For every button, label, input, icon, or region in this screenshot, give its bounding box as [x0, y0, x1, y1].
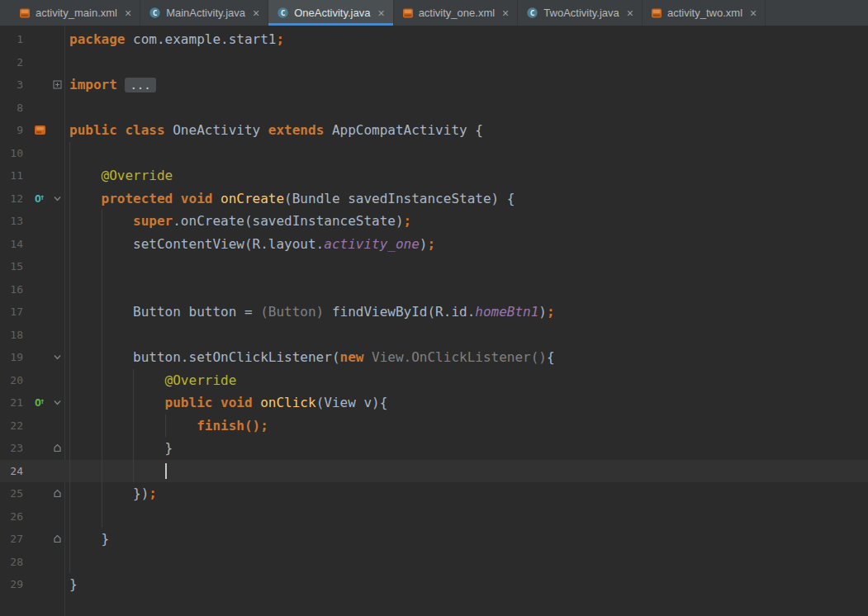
- gutter-line-number[interactable]: 19: [0, 346, 30, 369]
- gutter-line-number[interactable]: 1: [0, 28, 30, 51]
- gutter-line-number[interactable]: 27: [0, 528, 30, 551]
- close-tab-icon[interactable]: ×: [750, 7, 757, 19]
- close-tab-icon[interactable]: ×: [125, 7, 131, 19]
- gutter-line-number[interactable]: 23: [0, 437, 30, 460]
- gutter-line-number[interactable]: 8: [0, 97, 30, 120]
- code-line-2: 2: [0, 51, 868, 74]
- indent-guide: [102, 415, 102, 438]
- override-teal-icon[interactable]: O↑: [30, 187, 50, 211]
- gutter-icon-slot: [30, 528, 50, 551]
- gutter-icon-slot: [30, 73, 50, 97]
- code-line-16: 16: [0, 278, 868, 301]
- code-text[interactable]: }: [64, 437, 868, 460]
- code-text[interactable]: @Override: [64, 164, 868, 187]
- code-token: package: [69, 31, 133, 47]
- gutter-line-number[interactable]: 14: [0, 233, 30, 256]
- gutter-line-number[interactable]: 21: [0, 391, 30, 415]
- code-text[interactable]: });: [64, 482, 868, 505]
- gutter-fold-slot: [50, 28, 64, 51]
- gutter-line-number[interactable]: 22: [0, 415, 30, 438]
- code-text[interactable]: [64, 324, 868, 347]
- gutter-line-number[interactable]: 10: [0, 142, 30, 165]
- tab-activity_main.xml[interactable]: activity_main.xml×: [11, 0, 140, 26]
- gutter-line-number[interactable]: 25: [0, 482, 30, 505]
- indent-guide: [69, 551, 70, 574]
- fold-end-icon[interactable]: [50, 482, 64, 505]
- code-text[interactable]: }: [64, 528, 868, 551]
- code-text[interactable]: import ...: [64, 73, 868, 97]
- svg-text:C: C: [153, 8, 158, 17]
- gutter-icon-slot: [30, 210, 50, 233]
- tab-MainActivity.java[interactable]: CMainActivity.java×: [140, 0, 268, 26]
- code-token: Button button =: [69, 304, 260, 320]
- gutter-fold-slot: [50, 97, 64, 120]
- code-text[interactable]: setContentView(R.layout.activity_one);: [64, 233, 868, 256]
- folded-code-chip[interactable]: ...: [125, 78, 155, 92]
- gutter-icon-slot: [30, 324, 50, 347]
- code-text[interactable]: [64, 97, 868, 120]
- gutter-line-number[interactable]: 11: [0, 164, 30, 187]
- code-text[interactable]: [64, 255, 868, 278]
- gutter-line-number[interactable]: 20: [0, 369, 30, 392]
- tab-activity_one.xml[interactable]: activity_one.xml×: [394, 0, 519, 26]
- gutter-line-number[interactable]: 16: [0, 278, 30, 301]
- tab-activity_two.xml[interactable]: activity_two.xml×: [643, 0, 766, 26]
- code-text[interactable]: button.setOnClickListener(new View.OnCli…: [64, 346, 868, 369]
- gutter-line-number[interactable]: 12: [0, 187, 30, 211]
- close-tab-icon[interactable]: ×: [377, 7, 384, 19]
- code-text[interactable]: Button button = (Button) findViewById(R.…: [64, 301, 868, 324]
- indent-guide: [69, 301, 70, 324]
- override-green-icon[interactable]: O↑: [30, 391, 50, 415]
- close-tab-icon[interactable]: ×: [253, 7, 259, 19]
- code-text[interactable]: }: [64, 573, 868, 596]
- gutter-fold-slot: [50, 164, 64, 187]
- android-class-icon[interactable]: [30, 119, 50, 142]
- gutter-line-number[interactable]: 18: [0, 324, 30, 347]
- gutter-line-number[interactable]: 13: [0, 210, 30, 233]
- code-line-22: 22 finish();: [0, 415, 868, 438]
- code-text[interactable]: super.onCreate(savedInstanceState);: [64, 210, 868, 233]
- code-token: (View v){: [316, 395, 388, 410]
- tab-OneActivity.java[interactable]: COneActivity.java×: [268, 0, 393, 26]
- code-text[interactable]: protected void onCreate(Bundle savedInst…: [64, 187, 868, 211]
- code-text[interactable]: [64, 278, 868, 301]
- fold-end-icon[interactable]: [50, 528, 64, 551]
- code-text[interactable]: [64, 142, 868, 165]
- gutter-line-number[interactable]: 28: [0, 551, 30, 574]
- code-line-27: 27 }: [0, 528, 868, 551]
- fold-end-icon[interactable]: [50, 437, 64, 460]
- code-text[interactable]: [64, 460, 868, 483]
- indent-guide: [69, 278, 70, 301]
- code-text[interactable]: package com.example.start1;: [64, 28, 868, 51]
- gutter-line-number[interactable]: 26: [0, 505, 30, 528]
- fold-open-icon[interactable]: [50, 391, 64, 415]
- gutter-line-number[interactable]: 15: [0, 255, 30, 278]
- code-text[interactable]: [64, 551, 868, 574]
- code-token: public void: [165, 395, 261, 410]
- gutter-line-number[interactable]: 17: [0, 301, 30, 324]
- fold-open-icon[interactable]: [50, 346, 64, 369]
- code-text[interactable]: @Override: [64, 369, 868, 392]
- code-text[interactable]: [64, 505, 868, 528]
- gutter-line-number[interactable]: 29: [0, 573, 30, 596]
- code-token: [69, 191, 102, 206]
- code-line-11: 11 @Override: [0, 164, 868, 187]
- code-line-19: 19 button.setOnClickListener(new View.On…: [0, 346, 868, 369]
- indent-guide: [102, 369, 102, 392]
- close-tab-icon[interactable]: ×: [627, 7, 633, 19]
- code-text[interactable]: public void onClick(View v){: [64, 391, 868, 415]
- code-text[interactable]: public class OneActivity extends AppComp…: [64, 119, 868, 142]
- gutter-line-number[interactable]: 2: [0, 51, 30, 74]
- gutter-line-number[interactable]: 24: [0, 460, 30, 483]
- fold-collapsed-icon[interactable]: [50, 73, 64, 97]
- indent-guide: [69, 346, 70, 369]
- tab-TwoActivity.java[interactable]: CTwoActivity.java×: [518, 0, 643, 26]
- code-text[interactable]: [64, 51, 868, 74]
- gutter-icon-slot: [30, 346, 50, 369]
- gutter-line-number[interactable]: 9: [0, 119, 30, 142]
- close-tab-icon[interactable]: ×: [502, 7, 509, 19]
- code-token: }: [69, 531, 109, 547]
- fold-open-icon[interactable]: [50, 187, 64, 211]
- gutter-line-number[interactable]: 3: [0, 73, 30, 97]
- code-text[interactable]: finish();: [64, 415, 868, 438]
